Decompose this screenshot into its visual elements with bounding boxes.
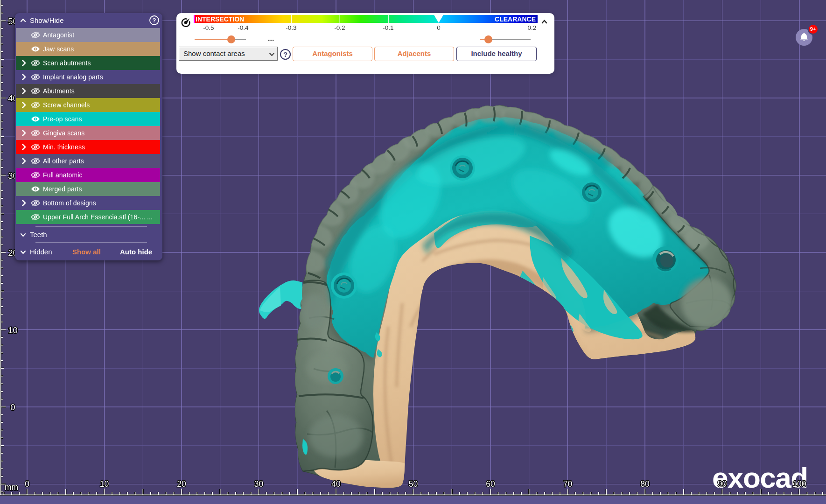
svg-text:60: 60 [486,479,495,489]
svg-text:100: 100 [792,479,806,489]
svg-text:50: 50 [409,479,418,489]
svg-text:0: 0 [10,402,15,412]
svg-text:80: 80 [640,479,650,489]
svg-text:30: 30 [254,479,264,489]
svg-text:0: 0 [25,479,29,489]
svg-text:?: ? [153,17,156,24]
svg-text:CLEARANCE: CLEARANCE [495,15,536,23]
svg-text:40: 40 [331,479,341,489]
svg-text:90: 90 [718,479,727,489]
svg-text:10: 10 [100,479,109,489]
svg-text:10: 10 [8,325,18,335]
svg-text:20: 20 [177,479,186,489]
svg-text:?: ? [283,50,287,58]
svg-text:INTERSECTION: INTERSECTION [196,15,244,23]
svg-text:70: 70 [563,479,573,489]
svg-text:mm: mm [5,483,18,492]
